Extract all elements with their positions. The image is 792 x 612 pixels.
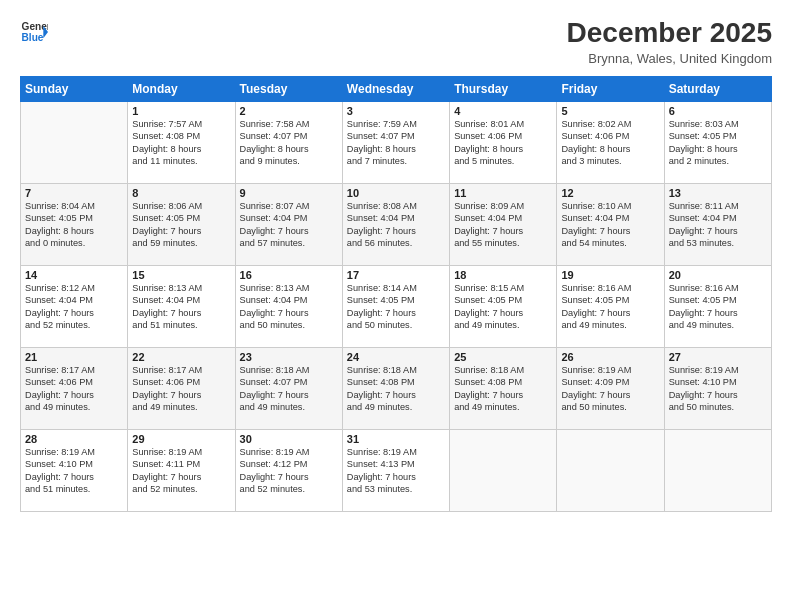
day-info: Sunrise: 8:12 AMSunset: 4:04 PMDaylight:…: [25, 282, 123, 332]
calendar-cell: 17Sunrise: 8:14 AMSunset: 4:05 PMDayligh…: [342, 265, 449, 347]
day-info: Sunrise: 8:09 AMSunset: 4:04 PMDaylight:…: [454, 200, 552, 250]
day-info: Sunrise: 8:19 AMSunset: 4:10 PMDaylight:…: [669, 364, 767, 414]
day-info: Sunrise: 8:10 AMSunset: 4:04 PMDaylight:…: [561, 200, 659, 250]
logo: General Blue: [20, 18, 48, 46]
calendar-cell: 8Sunrise: 8:06 AMSunset: 4:05 PMDaylight…: [128, 183, 235, 265]
day-number: 26: [561, 351, 659, 363]
calendar-cell: 26Sunrise: 8:19 AMSunset: 4:09 PMDayligh…: [557, 347, 664, 429]
day-info: Sunrise: 8:18 AMSunset: 4:08 PMDaylight:…: [454, 364, 552, 414]
calendar-cell: 18Sunrise: 8:15 AMSunset: 4:05 PMDayligh…: [450, 265, 557, 347]
day-number: 2: [240, 105, 338, 117]
calendar-cell: [664, 429, 771, 511]
day-number: 25: [454, 351, 552, 363]
calendar-cell: 19Sunrise: 8:16 AMSunset: 4:05 PMDayligh…: [557, 265, 664, 347]
calendar-cell: 21Sunrise: 8:17 AMSunset: 4:06 PMDayligh…: [21, 347, 128, 429]
day-info: Sunrise: 8:19 AMSunset: 4:11 PMDaylight:…: [132, 446, 230, 496]
day-number: 1: [132, 105, 230, 117]
day-number: 30: [240, 433, 338, 445]
calendar-cell: 24Sunrise: 8:18 AMSunset: 4:08 PMDayligh…: [342, 347, 449, 429]
day-header-saturday: Saturday: [664, 76, 771, 101]
day-info: Sunrise: 7:59 AMSunset: 4:07 PMDaylight:…: [347, 118, 445, 168]
day-number: 14: [25, 269, 123, 281]
calendar-cell: 29Sunrise: 8:19 AMSunset: 4:11 PMDayligh…: [128, 429, 235, 511]
calendar-cell: 9Sunrise: 8:07 AMSunset: 4:04 PMDaylight…: [235, 183, 342, 265]
calendar-cell: 2Sunrise: 7:58 AMSunset: 4:07 PMDaylight…: [235, 101, 342, 183]
calendar-table: SundayMondayTuesdayWednesdayThursdayFrid…: [20, 76, 772, 512]
calendar-cell: [557, 429, 664, 511]
day-info: Sunrise: 8:01 AMSunset: 4:06 PMDaylight:…: [454, 118, 552, 168]
day-number: 5: [561, 105, 659, 117]
day-number: 10: [347, 187, 445, 199]
day-number: 23: [240, 351, 338, 363]
day-info: Sunrise: 8:18 AMSunset: 4:08 PMDaylight:…: [347, 364, 445, 414]
day-info: Sunrise: 8:19 AMSunset: 4:10 PMDaylight:…: [25, 446, 123, 496]
day-number: 11: [454, 187, 552, 199]
day-header-monday: Monday: [128, 76, 235, 101]
calendar-cell: [450, 429, 557, 511]
day-number: 16: [240, 269, 338, 281]
day-header-friday: Friday: [557, 76, 664, 101]
calendar-cell: 22Sunrise: 8:17 AMSunset: 4:06 PMDayligh…: [128, 347, 235, 429]
day-info: Sunrise: 7:58 AMSunset: 4:07 PMDaylight:…: [240, 118, 338, 168]
day-info: Sunrise: 8:16 AMSunset: 4:05 PMDaylight:…: [669, 282, 767, 332]
calendar-cell: 28Sunrise: 8:19 AMSunset: 4:10 PMDayligh…: [21, 429, 128, 511]
calendar-cell: 27Sunrise: 8:19 AMSunset: 4:10 PMDayligh…: [664, 347, 771, 429]
day-info: Sunrise: 8:17 AMSunset: 4:06 PMDaylight:…: [132, 364, 230, 414]
day-number: 21: [25, 351, 123, 363]
title-block: December 2025 Brynna, Wales, United King…: [567, 18, 772, 66]
calendar-body: 1Sunrise: 7:57 AMSunset: 4:08 PMDaylight…: [21, 101, 772, 511]
calendar-cell: 6Sunrise: 8:03 AMSunset: 4:05 PMDaylight…: [664, 101, 771, 183]
day-number: 12: [561, 187, 659, 199]
day-info: Sunrise: 8:19 AMSunset: 4:13 PMDaylight:…: [347, 446, 445, 496]
calendar-cell: [21, 101, 128, 183]
calendar-cell: 23Sunrise: 8:18 AMSunset: 4:07 PMDayligh…: [235, 347, 342, 429]
calendar-cell: 15Sunrise: 8:13 AMSunset: 4:04 PMDayligh…: [128, 265, 235, 347]
day-info: Sunrise: 8:16 AMSunset: 4:05 PMDaylight:…: [561, 282, 659, 332]
day-number: 15: [132, 269, 230, 281]
calendar-header-row: SundayMondayTuesdayWednesdayThursdayFrid…: [21, 76, 772, 101]
day-number: 28: [25, 433, 123, 445]
day-info: Sunrise: 8:17 AMSunset: 4:06 PMDaylight:…: [25, 364, 123, 414]
calendar-cell: 25Sunrise: 8:18 AMSunset: 4:08 PMDayligh…: [450, 347, 557, 429]
day-info: Sunrise: 8:19 AMSunset: 4:12 PMDaylight:…: [240, 446, 338, 496]
day-number: 27: [669, 351, 767, 363]
day-info: Sunrise: 8:06 AMSunset: 4:05 PMDaylight:…: [132, 200, 230, 250]
day-info: Sunrise: 8:13 AMSunset: 4:04 PMDaylight:…: [132, 282, 230, 332]
calendar-cell: 12Sunrise: 8:10 AMSunset: 4:04 PMDayligh…: [557, 183, 664, 265]
calendar-week-1: 1Sunrise: 7:57 AMSunset: 4:08 PMDaylight…: [21, 101, 772, 183]
calendar-cell: 1Sunrise: 7:57 AMSunset: 4:08 PMDaylight…: [128, 101, 235, 183]
day-info: Sunrise: 7:57 AMSunset: 4:08 PMDaylight:…: [132, 118, 230, 168]
day-number: 3: [347, 105, 445, 117]
day-info: Sunrise: 8:14 AMSunset: 4:05 PMDaylight:…: [347, 282, 445, 332]
calendar-cell: 20Sunrise: 8:16 AMSunset: 4:05 PMDayligh…: [664, 265, 771, 347]
calendar-cell: 5Sunrise: 8:02 AMSunset: 4:06 PMDaylight…: [557, 101, 664, 183]
calendar-cell: 7Sunrise: 8:04 AMSunset: 4:05 PMDaylight…: [21, 183, 128, 265]
logo-icon: General Blue: [20, 18, 48, 46]
day-number: 18: [454, 269, 552, 281]
day-info: Sunrise: 8:04 AMSunset: 4:05 PMDaylight:…: [25, 200, 123, 250]
day-number: 24: [347, 351, 445, 363]
calendar-cell: 13Sunrise: 8:11 AMSunset: 4:04 PMDayligh…: [664, 183, 771, 265]
day-info: Sunrise: 8:19 AMSunset: 4:09 PMDaylight:…: [561, 364, 659, 414]
day-info: Sunrise: 8:13 AMSunset: 4:04 PMDaylight:…: [240, 282, 338, 332]
month-title: December 2025: [567, 18, 772, 49]
day-info: Sunrise: 8:15 AMSunset: 4:05 PMDaylight:…: [454, 282, 552, 332]
day-number: 8: [132, 187, 230, 199]
calendar-week-4: 21Sunrise: 8:17 AMSunset: 4:06 PMDayligh…: [21, 347, 772, 429]
day-number: 17: [347, 269, 445, 281]
day-number: 22: [132, 351, 230, 363]
location: Brynna, Wales, United Kingdom: [567, 51, 772, 66]
day-number: 19: [561, 269, 659, 281]
day-header-tuesday: Tuesday: [235, 76, 342, 101]
day-info: Sunrise: 8:18 AMSunset: 4:07 PMDaylight:…: [240, 364, 338, 414]
day-number: 29: [132, 433, 230, 445]
day-number: 7: [25, 187, 123, 199]
calendar-cell: 3Sunrise: 7:59 AMSunset: 4:07 PMDaylight…: [342, 101, 449, 183]
svg-text:Blue: Blue: [22, 32, 44, 43]
calendar-cell: 4Sunrise: 8:01 AMSunset: 4:06 PMDaylight…: [450, 101, 557, 183]
page: General Blue December 2025 Brynna, Wales…: [0, 0, 792, 612]
day-number: 6: [669, 105, 767, 117]
day-number: 4: [454, 105, 552, 117]
day-number: 13: [669, 187, 767, 199]
calendar-cell: 11Sunrise: 8:09 AMSunset: 4:04 PMDayligh…: [450, 183, 557, 265]
